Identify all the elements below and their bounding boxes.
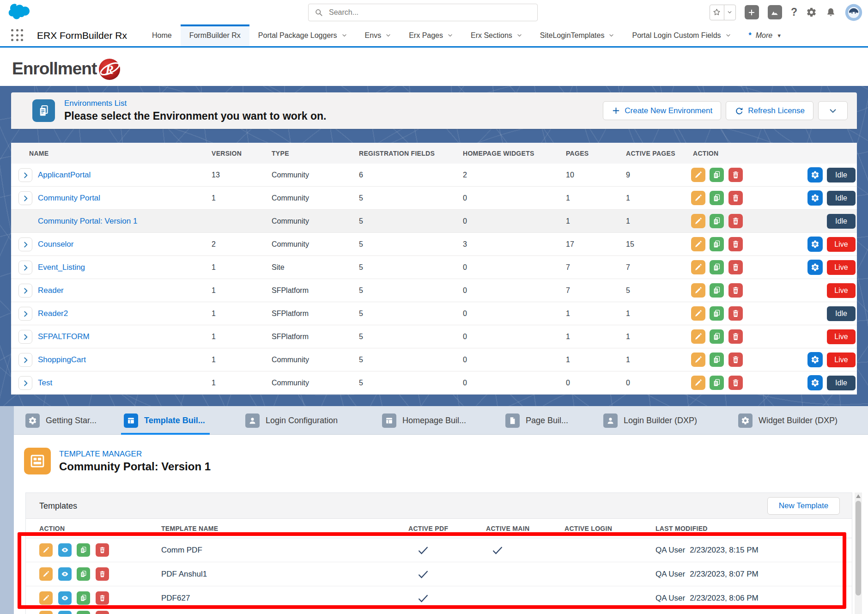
environment-name-link[interactable]: Counselor — [38, 233, 74, 256]
clone-icon[interactable] — [710, 353, 724, 367]
nav-tab-envs[interactable]: Envs — [356, 24, 401, 46]
scrollbar-up-arrow-icon[interactable] — [856, 494, 861, 498]
expand-row-button[interactable] — [18, 353, 32, 367]
edit-icon[interactable] — [691, 329, 705, 344]
clone-icon[interactable] — [77, 591, 90, 605]
clone-icon[interactable] — [77, 567, 90, 581]
subtab-login-configuration[interactable]: Login Configuration — [245, 406, 338, 435]
subtab-widget-builder-dxp-[interactable]: Widget Builder (DXP) — [738, 406, 838, 435]
subtab-page-buil-[interactable]: Page Buil... — [505, 406, 568, 435]
avatar[interactable] — [845, 4, 862, 21]
edit-icon[interactable] — [691, 168, 705, 182]
edit-icon[interactable] — [691, 260, 705, 274]
quick-create-plus-icon[interactable] — [745, 5, 759, 19]
delete-icon[interactable] — [728, 168, 743, 182]
edit-icon[interactable] — [39, 543, 53, 557]
view-icon[interactable] — [58, 611, 72, 614]
nav-tab-more[interactable]: *More▼ — [740, 24, 791, 46]
clone-icon[interactable] — [710, 214, 724, 228]
global-search[interactable] — [308, 4, 538, 21]
nav-tab-portal-login-custom-fields[interactable]: Portal Login Custom Fields — [623, 24, 740, 46]
subtab-homepage-buil-[interactable]: Homepage Buil... — [382, 406, 466, 435]
clone-icon[interactable] — [77, 543, 90, 557]
nav-tab-formbuilder-rx[interactable]: FormBuilder Rx — [181, 24, 249, 46]
edit-icon[interactable] — [691, 376, 705, 390]
environment-settings-gear-icon[interactable] — [807, 260, 823, 275]
view-icon[interactable] — [58, 567, 72, 581]
help-icon[interactable]: ? — [791, 6, 797, 18]
edit-icon[interactable] — [39, 611, 53, 614]
delete-icon[interactable] — [728, 353, 743, 367]
nav-tab-home[interactable]: Home — [143, 24, 181, 46]
create-new-environment-button[interactable]: Create New Environment — [603, 101, 721, 120]
favorites-dropdown-icon[interactable] — [724, 5, 735, 20]
subtab-template-buil-[interactable]: Template Buil... — [124, 406, 205, 435]
clone-icon[interactable] — [710, 376, 724, 390]
clone-icon[interactable] — [710, 306, 724, 321]
environment-name-link[interactable]: Reader2 — [38, 302, 68, 325]
edit-icon[interactable] — [691, 237, 705, 251]
delete-icon[interactable] — [96, 611, 109, 614]
clone-icon[interactable] — [710, 237, 724, 251]
scrollbar-thumb[interactable] — [856, 501, 861, 596]
nav-tab-erx-sections[interactable]: Erx Sections — [462, 24, 531, 46]
environment-name-link[interactable]: Test — [38, 371, 52, 395]
expand-row-button[interactable] — [18, 330, 32, 344]
environment-name-link[interactable]: Reader — [38, 279, 64, 302]
search-input[interactable] — [328, 8, 532, 17]
delete-icon[interactable] — [96, 543, 109, 557]
new-template-button[interactable]: New Template — [767, 497, 840, 515]
environment-name-link[interactable]: Community Portal: Version 1 — [38, 210, 137, 233]
edit-icon[interactable] — [691, 214, 705, 228]
edit-icon[interactable] — [691, 306, 705, 321]
expand-row-button[interactable] — [18, 237, 32, 251]
expand-row-button[interactable] — [18, 307, 32, 321]
delete-icon[interactable] — [96, 567, 109, 581]
environment-name-link[interactable]: Event_Listing — [38, 256, 85, 279]
expand-row-button[interactable] — [18, 191, 32, 205]
clone-icon[interactable] — [77, 611, 90, 614]
delete-icon[interactable] — [728, 329, 743, 344]
delete-icon[interactable] — [728, 191, 743, 205]
environment-settings-gear-icon[interactable] — [807, 167, 823, 182]
clone-icon[interactable] — [710, 168, 724, 182]
expand-row-button[interactable] — [18, 376, 32, 390]
subtab-login-builder-dxp-[interactable]: Login Builder (DXP) — [603, 406, 697, 435]
app-launcher-icon[interactable] — [11, 29, 24, 42]
environment-settings-gear-icon[interactable] — [807, 237, 823, 252]
delete-icon[interactable] — [728, 237, 743, 251]
environment-settings-gear-icon[interactable] — [807, 190, 823, 206]
trailhead-icon[interactable] — [768, 5, 782, 19]
clone-icon[interactable] — [710, 191, 724, 205]
environment-name-link[interactable]: Community Portal — [38, 187, 100, 210]
clone-icon[interactable] — [710, 329, 724, 344]
notifications-bell-icon[interactable] — [826, 7, 836, 18]
subtab-getting-star-[interactable]: Getting Star... — [25, 406, 97, 435]
edit-icon[interactable] — [691, 191, 705, 205]
environment-name-link[interactable]: SFPALTFORM — [38, 325, 90, 348]
expand-row-button[interactable] — [18, 261, 32, 274]
environment-settings-gear-icon[interactable] — [807, 352, 823, 367]
view-icon[interactable] — [58, 543, 72, 557]
delete-icon[interactable] — [728, 306, 743, 321]
environment-name-link[interactable]: ShoppingCart — [38, 348, 86, 371]
favorites-control[interactable] — [710, 5, 736, 20]
favorites-star-icon[interactable] — [710, 5, 724, 20]
clone-icon[interactable] — [710, 283, 724, 298]
environment-name-link[interactable]: ApplicantPortal — [38, 164, 91, 187]
nav-tab-erx-pages[interactable]: Erx Pages — [400, 24, 462, 46]
delete-icon[interactable] — [728, 283, 743, 298]
delete-icon[interactable] — [728, 214, 743, 228]
view-icon[interactable] — [58, 591, 72, 605]
expand-row-button[interactable] — [18, 284, 32, 298]
edit-icon[interactable] — [39, 591, 53, 605]
delete-icon[interactable] — [96, 591, 109, 605]
refresh-license-button[interactable]: Refresh License — [726, 101, 813, 120]
delete-icon[interactable] — [728, 260, 743, 274]
header-more-actions-button[interactable] — [818, 101, 848, 120]
edit-icon[interactable] — [691, 283, 705, 298]
nav-tab-sitelogintemplates[interactable]: SiteLoginTemplates — [531, 24, 624, 46]
environment-settings-gear-icon[interactable] — [807, 375, 823, 390]
delete-icon[interactable] — [728, 376, 743, 390]
expand-row-button[interactable] — [18, 168, 32, 182]
